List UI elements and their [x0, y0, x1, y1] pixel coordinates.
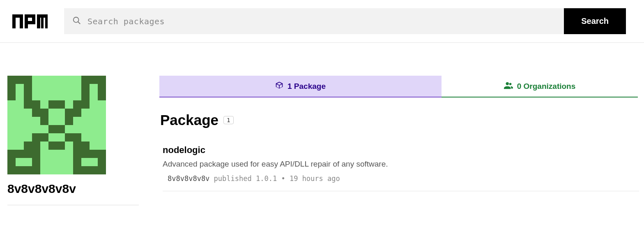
search-button[interactable]: Search — [564, 8, 626, 34]
count-badge: 1 — [223, 116, 233, 124]
search-icon — [72, 16, 81, 27]
svg-rect-34 — [73, 150, 106, 158]
tab-packages-label: 1 Package — [288, 82, 326, 91]
svg-rect-14 — [7, 76, 32, 84]
svg-rect-24 — [65, 109, 81, 117]
avatar — [7, 76, 106, 174]
tab-organizations[interactable]: 0 Organizations — [442, 76, 638, 97]
section-title: Package — [160, 112, 218, 128]
svg-rect-29 — [65, 133, 81, 142]
svg-rect-30 — [24, 142, 40, 150]
search-input[interactable] — [87, 16, 564, 26]
svg-rect-22 — [48, 100, 65, 109]
svg-point-41 — [506, 82, 508, 85]
svg-line-12 — [78, 21, 80, 24]
section-header: Package 1 — [160, 112, 644, 128]
package-meta: 8v8v8v8v8v published 1.0.1 • 19 hours ag… — [168, 174, 639, 183]
svg-rect-10 — [45, 14, 48, 28]
package-name[interactable]: nodelogic — [163, 145, 639, 155]
svg-rect-33 — [7, 150, 40, 158]
svg-rect-40 — [73, 166, 106, 174]
divider — [7, 205, 139, 205]
svg-point-42 — [509, 83, 512, 86]
svg-rect-6 — [25, 21, 35, 24]
svg-rect-9 — [41, 14, 44, 28]
svg-point-11 — [74, 17, 79, 22]
package-description: Advanced package used for easy API/DLL r… — [163, 160, 639, 169]
svg-rect-18 — [24, 84, 32, 100]
svg-rect-28 — [32, 133, 48, 142]
svg-rect-19 — [81, 84, 90, 100]
npm-logo[interactable] — [12, 14, 48, 28]
svg-rect-39 — [7, 166, 40, 174]
svg-rect-17 — [98, 84, 106, 100]
content: 8v8v8v8v8v 1 Package 0 Organizations Pac… — [0, 43, 644, 205]
svg-rect-31 — [73, 142, 90, 150]
svg-rect-26 — [65, 117, 73, 125]
username: 8v8v8v8v8v — [7, 182, 159, 196]
packages-icon — [275, 81, 283, 91]
main: 1 Package 0 Organizations Package 1 node… — [159, 76, 644, 205]
tab-organizations-label: 0 Organizations — [517, 82, 576, 91]
header: Search — [0, 0, 644, 43]
svg-rect-25 — [40, 117, 48, 125]
svg-rect-2 — [20, 14, 23, 28]
package-author[interactable]: 8v8v8v8v8v — [168, 174, 209, 183]
search-bar — [64, 8, 564, 34]
svg-rect-15 — [81, 76, 106, 84]
svg-rect-21 — [73, 100, 90, 109]
svg-rect-20 — [24, 100, 40, 109]
organizations-icon — [504, 81, 513, 91]
package-published: published 1.0.1 • 19 hours ago — [214, 174, 340, 183]
sidebar: 8v8v8v8v8v — [7, 76, 159, 205]
package-item: nodelogic Advanced package used for easy… — [163, 145, 639, 191]
tab-packages[interactable]: 1 Package — [159, 76, 442, 97]
svg-rect-16 — [7, 84, 16, 100]
tabs: 1 Package 0 Organizations — [159, 76, 644, 97]
svg-rect-32 — [48, 142, 65, 150]
svg-rect-27 — [48, 125, 65, 133]
svg-rect-23 — [32, 109, 48, 117]
